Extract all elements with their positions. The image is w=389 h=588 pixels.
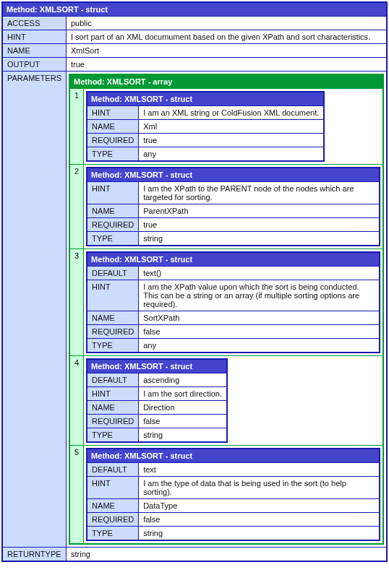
param-row-value: true — [139, 218, 380, 232]
row-key-output: OUTPUT — [2, 58, 66, 72]
parameters-array-table: Method: XMLSORT - array 1Method: XMLSORT… — [69, 74, 384, 545]
row-key-hint: HINT — [2, 30, 66, 44]
param-row-value: text() — [139, 267, 380, 280]
row-key-access: ACCESS — [2, 17, 66, 30]
param-row-key: REQUIRED — [87, 415, 139, 428]
param-row-key: TYPE — [87, 232, 139, 246]
param-row-key: TYPE — [87, 428, 139, 443]
param-row-value: string — [139, 232, 380, 246]
param-struct-table: Method: XMLSORT - structDEFAULTascending… — [86, 358, 228, 443]
param-row-key: DEFAULT — [87, 267, 139, 280]
row-val-access: public — [66, 17, 387, 30]
param-row-value: false — [139, 513, 380, 527]
array-index: 5 — [69, 446, 84, 545]
param-row-value: Direction — [139, 401, 227, 415]
param-row-value: ParentXPath — [139, 204, 380, 218]
param-row-key: HINT — [87, 387, 139, 401]
param-struct-table: Method: XMLSORT - structDEFAULTtext()HIN… — [86, 251, 380, 353]
array-item-cell: Method: XMLSORT - structDEFAULTtextHINTI… — [84, 446, 383, 545]
param-row-value: I am the sort direction. — [139, 387, 227, 401]
array-index: 2 — [69, 165, 84, 249]
array-item-cell: Method: XMLSORT - structDEFAULTascending… — [84, 356, 383, 446]
param-row-key: TYPE — [87, 527, 139, 541]
param-row-key: NAME — [87, 204, 139, 218]
param-row-value: I am an XML string or ColdFusion XML doc… — [139, 106, 325, 120]
param-row-value: any — [139, 339, 380, 353]
param-row-value: I am the type of data that is being used… — [139, 477, 380, 499]
param-row-key: DEFAULT — [87, 463, 139, 477]
param-row-key: TYPE — [87, 147, 139, 162]
param-row-key: REQUIRED — [87, 134, 139, 147]
array-index: 4 — [69, 356, 84, 446]
param-row-key: HINT — [87, 280, 139, 311]
param-row-value: SortXPath — [139, 311, 380, 325]
param-row-value: text — [139, 463, 380, 477]
param-row-key: DEFAULT — [87, 373, 139, 387]
row-key-name: NAME — [2, 44, 66, 58]
param-struct-table: Method: XMLSORT - structHINTI am an XML … — [86, 91, 325, 162]
param-struct-header: Method: XMLSORT - struct — [87, 168, 380, 182]
array-item-cell: Method: XMLSORT - structDEFAULTtext()HIN… — [84, 249, 383, 356]
param-row-key: HINT — [87, 106, 139, 120]
param-row-key: REQUIRED — [87, 513, 139, 527]
outer-struct-table: Method: XMLSORT - struct ACCESS public H… — [1, 1, 388, 562]
parameters-cell: Method: XMLSORT - array 1Method: XMLSORT… — [66, 72, 387, 548]
row-val-name: XmlSort — [66, 44, 387, 58]
array-item-cell: Method: XMLSORT - structHINTI am an XML … — [84, 89, 383, 165]
param-struct-table: Method: XMLSORT - structHINTI am the XPa… — [86, 167, 380, 246]
param-row-value: ascending — [139, 373, 227, 387]
param-struct-header: Method: XMLSORT - struct — [87, 359, 227, 373]
param-row-key: NAME — [87, 311, 139, 325]
param-row-key: REQUIRED — [87, 218, 139, 232]
param-row-value: I am the XPath to the PARENT node of the… — [139, 182, 380, 204]
param-row-value: false — [139, 325, 380, 339]
param-row-value: DataType — [139, 499, 380, 513]
param-struct-header: Method: XMLSORT - struct — [87, 92, 324, 106]
outer-struct-header: Method: XMLSORT - struct — [2, 2, 387, 17]
array-index: 1 — [69, 89, 84, 165]
array-item-cell: Method: XMLSORT - structHINTI am the XPa… — [84, 165, 383, 249]
row-val-returntype: string — [66, 548, 387, 562]
param-struct-table: Method: XMLSORT - structDEFAULTtextHINTI… — [86, 448, 380, 541]
param-row-key: NAME — [87, 401, 139, 415]
param-row-key: NAME — [87, 120, 139, 134]
param-row-key: REQUIRED — [87, 325, 139, 339]
param-row-value: any — [139, 147, 325, 162]
param-row-key: HINT — [87, 182, 139, 204]
param-row-value: false — [139, 415, 227, 428]
param-row-key: NAME — [87, 499, 139, 513]
array-index: 3 — [69, 249, 84, 356]
param-row-value: Xml — [139, 120, 325, 134]
param-row-value: string — [139, 527, 380, 541]
row-key-parameters: PARAMETERS — [2, 72, 66, 548]
param-row-value: I am the XPath value upon which the sort… — [139, 280, 380, 311]
param-row-key: TYPE — [87, 339, 139, 353]
row-val-output: true — [66, 58, 387, 72]
param-row-key: HINT — [87, 477, 139, 499]
row-val-hint: I sort part of an XML documument based o… — [66, 30, 387, 44]
row-key-returntype: RETURNTYPE — [2, 548, 66, 562]
param-row-value: true — [139, 134, 325, 147]
param-struct-header: Method: XMLSORT - struct — [87, 449, 380, 463]
array-header: Method: XMLSORT - array — [69, 74, 383, 89]
param-row-value: string — [139, 428, 227, 443]
param-struct-header: Method: XMLSORT - struct — [87, 252, 380, 267]
